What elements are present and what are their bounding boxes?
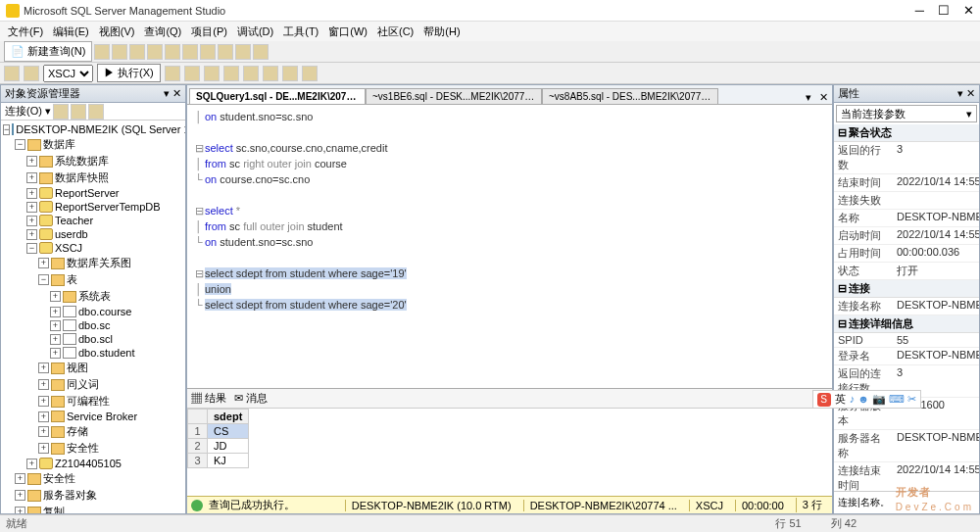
toolbar-icon[interactable] [71, 104, 86, 120]
menu-project[interactable]: 项目(P) [187, 23, 231, 41]
tree-prog[interactable]: +可编程性 [3, 393, 183, 410]
query-status-bar: 查询已成功执行。 DESKTOP-NBME2IK (10.0 RTM) DESK… [187, 496, 832, 513]
col-header[interactable]: sdept [208, 410, 249, 424]
tree-views[interactable]: +视图 [3, 360, 183, 376]
close-icon[interactable]: ✕ [172, 87, 181, 99]
toolbar-icon[interactable] [165, 44, 180, 60]
folder-icon [51, 379, 65, 391]
menu-edit[interactable]: 编辑(E) [49, 23, 93, 41]
dropdown-icon[interactable]: ▾ [802, 91, 815, 104]
toolbar-icon[interactable] [182, 44, 198, 60]
minimize-button[interactable]: ─ [915, 3, 924, 18]
properties-grid[interactable]: ⊟聚合状态 返回的行数3 结束时间2022/10/14 14:55:35 连接失… [834, 124, 979, 491]
tree-server[interactable]: −DESKTOP-NBME2IK (SQL Server 10.0.160 [3, 122, 183, 136]
tree-reportservertemp[interactable]: +ReportServerTempDB [3, 200, 183, 214]
tree-security[interactable]: +安全性 [3, 440, 183, 457]
tab-sqlquery1[interactable]: SQLQuery1.sql - DE...ME2IK\20774 (55))* [189, 88, 366, 104]
tree-table-student[interactable]: +dbo.student [3, 346, 183, 360]
toolbar-icon[interactable] [302, 66, 318, 81]
toolbar-icon[interactable] [253, 44, 269, 60]
toolbar-icon[interactable] [24, 66, 39, 81]
menu-community[interactable]: 社区(C) [373, 23, 417, 41]
toolbar-icon[interactable] [165, 66, 180, 81]
toolbar-icon[interactable] [88, 104, 104, 120]
dropdown-icon[interactable]: ▾ [164, 87, 170, 99]
tree-sec2[interactable]: +安全性 [3, 470, 183, 487]
toolbar-icon[interactable] [184, 66, 200, 81]
tree-userz[interactable]: +Z2104405105 [3, 457, 183, 470]
tab-vs8ab5[interactable]: ~vs8AB5.sql - DES...BME2IK\20774 (52)) [542, 88, 718, 104]
toolbar-icon[interactable] [53, 104, 69, 120]
toolbar-icon[interactable] [235, 44, 251, 60]
prop-category[interactable]: ⊟连接详细信息 [834, 315, 979, 333]
object-tree[interactable]: −DESKTOP-NBME2IK (SQL Server 10.0.160 −数… [1, 121, 185, 513]
tab-close-icon[interactable]: ✕ [815, 91, 832, 104]
tree-xscj[interactable]: −XSCJ [3, 241, 183, 255]
new-query-button[interactable]: 📄 新建查询(N) [4, 41, 92, 62]
folder-icon [39, 156, 53, 168]
prop-category[interactable]: ⊟连接 [834, 280, 979, 298]
messages-tab[interactable]: ✉ 消息 [234, 391, 268, 406]
toolbar-icon[interactable] [223, 66, 239, 81]
maximize-button[interactable]: ☐ [938, 3, 950, 18]
folder-icon [27, 507, 41, 514]
tree-table-sc[interactable]: +dbo.sc [3, 318, 183, 332]
menu-view[interactable]: 视图(V) [95, 23, 139, 41]
toolbar-icon[interactable] [263, 66, 278, 81]
tree-diagram[interactable]: +数据库关系图 [3, 255, 183, 271]
results-grid[interactable]: sdept 1CS 2JD 3KJ [187, 408, 832, 496]
app-title: Microsoft SQL Server Management Studio [24, 5, 915, 17]
results-tab[interactable]: ▦ 结果 [191, 391, 226, 406]
menu-help[interactable]: 帮助(H) [419, 23, 464, 41]
menu-window[interactable]: 窗口(W) [324, 23, 371, 41]
toolbar-icon[interactable] [282, 66, 298, 81]
tab-vs1be6[interactable]: ~vs1BE6.sql - DESK...ME2IK\20774 (53))* [366, 88, 542, 104]
toolbar-icon[interactable] [204, 66, 220, 81]
database-icon [39, 242, 53, 254]
grid-cell[interactable]: JD [208, 439, 249, 454]
tree-synonym[interactable]: +同义词 [3, 376, 183, 393]
folder-icon [51, 363, 65, 374]
table-icon [63, 319, 76, 331]
toolbar-icon[interactable] [218, 44, 233, 60]
toolbar-icon[interactable] [243, 66, 259, 81]
ime-indicator[interactable]: S英♪ ☻ 📷 ⌨ ✂ [812, 390, 921, 409]
tree-repl[interactable]: +复制 [3, 504, 183, 513]
toolbar-icon[interactable] [112, 44, 127, 60]
tree-table-course[interactable]: +dbo.course [3, 305, 183, 318]
database-selector[interactable]: XSCJ [43, 65, 93, 82]
tree-srvobj[interactable]: +服务器对象 [3, 487, 183, 504]
tree-snapshot[interactable]: +数据库快照 [3, 169, 183, 186]
toolbar-icon[interactable] [200, 44, 216, 60]
dropdown-icon[interactable]: ▾ [957, 87, 963, 99]
toolbar-icon[interactable] [94, 44, 110, 60]
close-button[interactable]: ✕ [963, 3, 974, 18]
prop-category[interactable]: ⊟聚合状态 [834, 124, 979, 142]
tree-table-scl[interactable]: +dbo.scl [3, 332, 183, 346]
tree-systables[interactable]: +系统表 [3, 288, 183, 305]
tree-teacher[interactable]: +Teacher [3, 214, 183, 227]
toolbar-icon[interactable] [129, 44, 145, 60]
toolbar-icon[interactable] [147, 44, 163, 60]
tree-reportserver[interactable]: +ReportServer [3, 186, 183, 200]
menu-tools[interactable]: 工具(T) [279, 23, 322, 41]
tree-userdb[interactable]: +userdb [3, 227, 183, 241]
tree-databases[interactable]: −数据库 [3, 136, 183, 153]
tree-tables[interactable]: −表 [3, 271, 183, 288]
execute-button[interactable]: ▶ 执行(X) [97, 64, 161, 82]
tree-broker[interactable]: +Service Broker [3, 410, 183, 423]
menu-debug[interactable]: 调试(D) [233, 23, 277, 41]
grid-cell[interactable]: KJ [208, 454, 249, 468]
grid-cell[interactable]: CS [208, 424, 249, 439]
sql-editor[interactable]: │on student.sno=sc.sno ⊟select sc.sno,co… [187, 105, 832, 388]
menu-query[interactable]: 查询(Q) [140, 23, 185, 41]
toolbar-icon[interactable] [4, 66, 20, 81]
connect-dropdown[interactable]: 连接(O) ▾ [5, 104, 51, 119]
status-rows: 3 行 [796, 498, 828, 512]
property-selector[interactable]: 当前连接参数▾ [836, 105, 977, 122]
close-icon[interactable]: ✕ [966, 87, 975, 99]
tree-sysdb[interactable]: +系统数据库 [3, 153, 183, 169]
tree-storage[interactable]: +存储 [3, 423, 183, 440]
menu-file[interactable]: 文件(F) [4, 23, 47, 41]
panel-title: 属性 [838, 86, 859, 101]
